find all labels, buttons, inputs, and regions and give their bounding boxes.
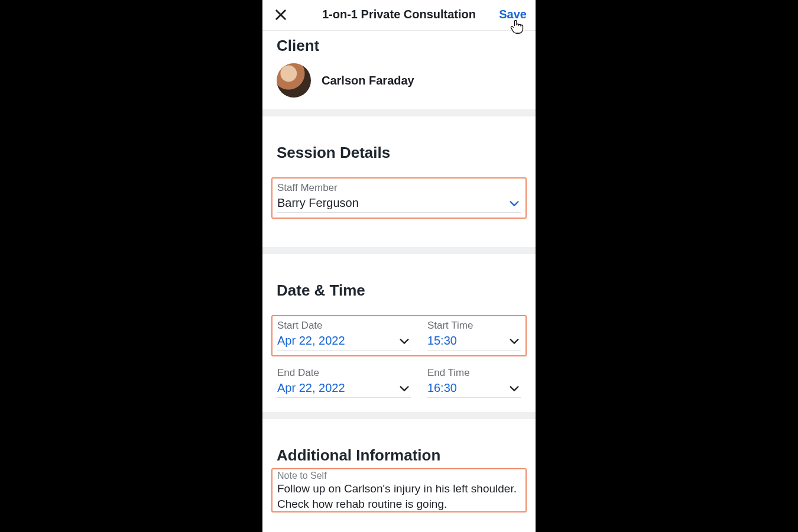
close-icon[interactable] [274,8,287,21]
end-time-label: End Time [427,367,521,379]
end-time-value: 16:30 [427,381,457,395]
chevron-down-icon [398,382,411,395]
start-time-field[interactable]: Start Time 15:30 [427,320,521,351]
end-date-label: End Date [277,367,411,379]
save-button[interactable]: Save [499,8,527,21]
end-date-field[interactable]: End Date Apr 22, 2022 [277,367,411,398]
session-details-section: Session Details Staff Member Barry Fergu… [262,116,536,247]
date-time-section: Date & Time Start Date Apr 22, 2022 Star… [262,254,536,412]
additional-info-section: Additional Information Note to Self Foll… [262,419,536,512]
phone-frame: 1-on-1 Private Consultation Save Client … [262,0,536,532]
additional-section-title: Additional Information [277,439,521,465]
chevron-down-icon [508,382,521,395]
session-section-title: Session Details [277,137,521,162]
start-date-value: Apr 22, 2022 [277,334,345,348]
chevron-down-icon [508,335,521,348]
client-row[interactable]: Carlson Faraday [277,55,521,109]
section-divider [262,412,536,419]
end-date-value: Apr 22, 2022 [277,381,345,395]
chevron-down-icon [398,335,411,348]
staff-member-field[interactable]: Staff Member Barry Ferguson [277,182,521,213]
start-date-label: Start Date [277,320,411,332]
client-avatar [277,63,311,98]
staff-member-highlight: Staff Member Barry Ferguson [271,177,527,219]
end-time-field[interactable]: End Time 16:30 [427,367,521,398]
note-to-self-value[interactable]: Follow up on Carlson's injury in his lef… [277,481,521,511]
section-divider [262,109,536,116]
client-name: Carlson Faraday [322,74,414,87]
note-highlight: Note to Self Follow up on Carlson's inju… [271,468,527,512]
top-bar: 1-on-1 Private Consultation Save [262,0,536,31]
client-section-title: Client [277,31,521,55]
start-date-field[interactable]: Start Date Apr 22, 2022 [277,320,411,351]
section-divider [262,247,536,254]
start-time-label: Start Time [427,320,521,332]
page-title: 1-on-1 Private Consultation [322,8,476,21]
start-datetime-highlight: Start Date Apr 22, 2022 Start Time 15:30 [271,315,527,356]
note-label: Note to Self [277,471,521,481]
staff-member-label: Staff Member [277,182,521,194]
client-section: Client Carlson Faraday [262,31,536,109]
datetime-section-title: Date & Time [277,274,521,300]
chevron-down-icon [508,197,521,210]
start-time-value: 15:30 [427,334,457,348]
staff-member-value: Barry Ferguson [277,196,359,210]
